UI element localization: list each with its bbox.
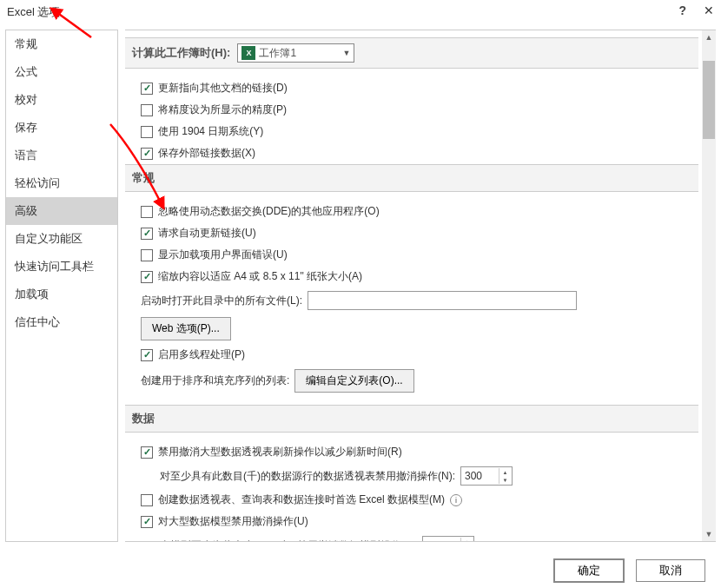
label-addin-errors: 显示加载项用户界面错误(U) (158, 248, 288, 262)
section-data: 数据 (125, 405, 698, 433)
sidebar-item-formulas[interactable]: 公式 (6, 58, 117, 86)
checkbox-disable-undo-model[interactable] (141, 516, 153, 528)
sidebar-item-advanced[interactable]: 高级 (6, 197, 117, 225)
window-title: Excel 选项 (7, 4, 60, 20)
pivot-threshold-value: 300 (465, 470, 482, 482)
general-label: 常规 (132, 170, 155, 186)
spinner-icon[interactable]: ▲▼ (499, 468, 511, 484)
sidebar-item-save[interactable]: 保存 (6, 114, 117, 142)
checkbox-ask-update[interactable] (141, 228, 153, 240)
scrollbar[interactable]: ▲ ▼ (702, 30, 716, 541)
edit-custom-lists-button[interactable]: 编辑自定义列表(O)... (294, 369, 413, 393)
section-workbook-calc: 计算此工作簿时(H): X 工作簿1 ▼ (125, 37, 698, 69)
label-update-links: 更新指向其他文档的链接(D) (158, 81, 288, 96)
workbook-dropdown-value: 工作簿1 (259, 46, 296, 61)
sidebar-item-proofing[interactable]: 校对 (6, 86, 117, 114)
checkbox-addin-errors[interactable] (141, 249, 153, 261)
dialog-footer: 确定 取消 (0, 553, 721, 588)
label-custom-lists: 创建用于排序和填充序列的列表: (141, 373, 289, 388)
model-threshold-value: 8 (427, 539, 433, 542)
checkbox-multithread[interactable] (141, 349, 153, 361)
cancel-button[interactable]: 取消 (636, 559, 705, 582)
spinner-icon[interactable]: ▲▼ (460, 538, 473, 542)
workbook-dropdown[interactable]: X 工作簿1 ▼ (237, 43, 354, 63)
label-scale-a4: 缩放内容以适应 A4 或 8.5 x 11" 纸张大小(A) (158, 269, 362, 284)
label-startup-dir: 启动时打开此目录中的所有文件(L): (141, 294, 302, 308)
label-disable-undo-model: 对大型数据模型禁用撤消操作(U) (158, 514, 308, 529)
sidebar-item-general[interactable]: 常规 (6, 30, 117, 58)
model-threshold-input[interactable]: 8 ▲▼ (422, 536, 474, 542)
sidebar-item-addins[interactable]: 加载项 (6, 281, 117, 308)
content-panel: 计算此工作簿时(H): X 工作簿1 ▼ 更新指向其他文档的链接(D) 将精度设… (125, 30, 716, 542)
sidebar-item-trust-center[interactable]: 信任中心 (6, 308, 117, 336)
help-button[interactable]: ? (678, 3, 686, 17)
section-general: 常规 (125, 164, 698, 192)
checkbox-disable-undo-pivot[interactable] (141, 446, 153, 459)
checkbox-precision[interactable] (141, 104, 153, 116)
checkbox-update-links[interactable] (141, 83, 153, 95)
checkbox-1904[interactable] (141, 126, 153, 138)
label-ask-update: 请求自动更新链接(U) (158, 226, 256, 241)
ok-button[interactable]: 确定 (554, 559, 624, 582)
label-disable-undo-pivot: 禁用撤消大型数据透视表刷新操作以减少刷新时间(R) (158, 445, 402, 459)
scroll-down-icon[interactable]: ▼ (702, 527, 716, 541)
label-save-external: 保存外部链接数据(X) (158, 146, 255, 161)
checkbox-save-external[interactable] (141, 148, 153, 160)
scroll-thumb[interactable] (703, 61, 715, 139)
label-1904: 使用 1904 日期系统(Y) (158, 124, 263, 139)
data-label: 数据 (132, 411, 155, 426)
checkbox-ignore-dde[interactable] (141, 206, 153, 218)
web-options-button[interactable]: Web 选项(P)... (141, 317, 231, 340)
sidebar-item-quick-access[interactable]: 快速访问工具栏 (6, 253, 117, 281)
excel-icon: X (241, 46, 255, 60)
label-prefer-model: 创建数据透视表、查询表和数据连接时首选 Excel 数据模型(M) (158, 492, 445, 507)
chevron-down-icon: ▼ (342, 49, 350, 57)
sidebar-item-language[interactable]: 语言 (6, 142, 117, 169)
info-icon[interactable]: i (450, 494, 462, 506)
label-model-threshold: 当模型至少为此大小(MB)时，禁用撤消数据模型操作(L): (160, 538, 417, 543)
startup-dir-input[interactable] (308, 291, 577, 310)
label-ignore-dde: 忽略使用动态数据交换(DDE)的其他应用程序(O) (158, 204, 380, 219)
label-multithread: 启用多线程处理(P) (158, 347, 245, 362)
label-pivot-threshold: 对至少具有此数目(千)的数据源行的数据透视表禁用撤消操作(N): (160, 469, 455, 484)
scroll-up-icon[interactable]: ▲ (702, 30, 716, 44)
workbook-calc-label: 计算此工作簿时(H): (132, 45, 230, 61)
checkbox-scale-a4[interactable] (141, 271, 153, 283)
label-precision: 将精度设为所显示的精度(P) (158, 102, 287, 117)
sidebar-nav: 常规 公式 校对 保存 语言 轻松访问 高级 自定义功能区 快速访问工具栏 加载… (5, 30, 118, 542)
close-button[interactable]: ✕ (704, 3, 714, 17)
pivot-threshold-input[interactable]: 300 ▲▼ (460, 466, 513, 486)
sidebar-item-accessibility[interactable]: 轻松访问 (6, 169, 117, 197)
checkbox-prefer-model[interactable] (141, 494, 153, 506)
sidebar-item-customize-ribbon[interactable]: 自定义功能区 (6, 225, 117, 253)
